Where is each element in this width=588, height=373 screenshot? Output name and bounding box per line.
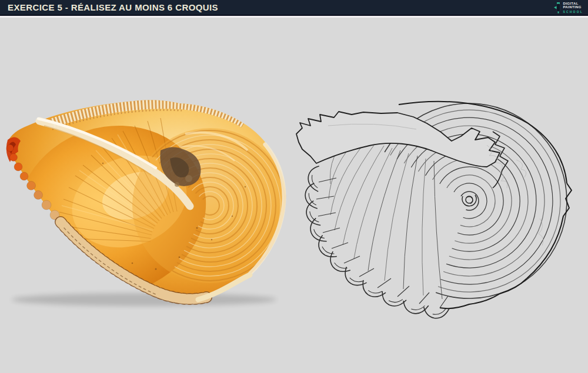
sketch-scallop-rim bbox=[305, 164, 449, 321]
header-bar: EXERCICE 5 - RÉALISEZ AU MOINS 6 CROQUIS… bbox=[0, 0, 588, 16]
sketch-nucleus bbox=[462, 195, 476, 206]
logo-text: DIGITAL PAINTING SCHOOL bbox=[563, 2, 583, 14]
shell-photo-reference bbox=[3, 93, 297, 311]
logo-line-painting: PAINTING bbox=[563, 5, 583, 9]
shell-photo-body bbox=[3, 100, 288, 311]
shell-shadow bbox=[12, 293, 276, 306]
sketch-rim-tile-lines bbox=[316, 178, 448, 308]
digital-painting-school-logo: DIGITAL PAINTING SCHOOL bbox=[554, 2, 583, 14]
logo-line-school: SCHOOL bbox=[563, 10, 583, 14]
sketch-wing-lip bbox=[296, 112, 500, 167]
exercise-title: EXERCICE 5 - RÉALISEZ AU MOINS 6 CROQUIS bbox=[0, 0, 218, 15]
brush-icon bbox=[554, 2, 561, 14]
drawing-canvas bbox=[0, 18, 588, 373]
shell-line-sketch bbox=[293, 95, 574, 330]
